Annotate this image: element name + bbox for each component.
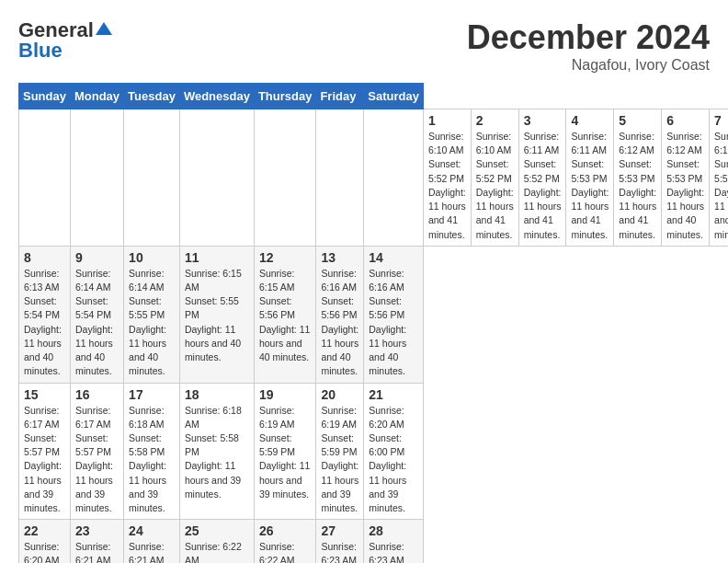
day-info: Sunrise: 6:18 AMSunset: 5:58 PMDaylight:…	[129, 404, 175, 516]
day-number: 2	[476, 113, 514, 128]
logo-blue: Blue	[18, 39, 63, 63]
day-number: 21	[369, 387, 418, 402]
day-info: Sunrise: 6:19 AMSunset: 5:59 PMDaylight:…	[259, 404, 312, 502]
day-info: Sunrise: 6:16 AMSunset: 5:56 PMDaylight:…	[321, 267, 358, 379]
day-info: Sunrise: 6:13 AMSunset: 5:54 PMDaylight:…	[24, 267, 65, 379]
day-info: Sunrise: 6:15 AMSunset: 5:56 PMDaylight:…	[259, 267, 312, 365]
day-info: Sunrise: 6:23 AMSunset: 6:03 PMDaylight:…	[321, 540, 358, 563]
calendar-week-3: 15Sunrise: 6:17 AMSunset: 5:57 PMDayligh…	[19, 383, 729, 520]
day-number: 7	[714, 113, 728, 128]
day-number: 24	[129, 523, 175, 538]
day-info: Sunrise: 6:16 AMSunset: 5:56 PMDaylight:…	[369, 267, 418, 379]
day-number: 9	[75, 250, 119, 265]
day-header-friday: Friday	[316, 84, 364, 109]
calendar-cell: 17Sunrise: 6:18 AMSunset: 5:58 PMDayligh…	[124, 383, 180, 520]
calendar-cell: 3Sunrise: 6:11 AMSunset: 5:52 PMDaylight…	[518, 109, 566, 247]
day-info: Sunrise: 6:19 AMSunset: 5:59 PMDaylight:…	[321, 404, 358, 516]
logo: General Blue	[18, 18, 112, 63]
calendar-cell: 13Sunrise: 6:16 AMSunset: 5:56 PMDayligh…	[316, 246, 364, 383]
day-number: 25	[185, 523, 249, 538]
calendar-cell	[70, 109, 123, 247]
calendar-cell: 22Sunrise: 6:20 AMSunset: 6:00 PMDayligh…	[19, 520, 71, 563]
day-info: Sunrise: 6:10 AMSunset: 5:52 PMDaylight:…	[428, 130, 466, 242]
day-info: Sunrise: 6:11 AMSunset: 5:52 PMDaylight:…	[524, 130, 562, 242]
calendar-cell: 5Sunrise: 6:12 AMSunset: 5:53 PMDaylight…	[614, 109, 662, 247]
calendar-cell: 28Sunrise: 6:23 AMSunset: 6:03 PMDayligh…	[364, 520, 424, 563]
calendar-cell	[19, 109, 71, 247]
day-number: 13	[321, 250, 358, 265]
day-header-wednesday: Wednesday	[179, 84, 254, 109]
day-number: 19	[259, 387, 312, 402]
day-info: Sunrise: 6:17 AMSunset: 5:57 PMDaylight:…	[75, 404, 119, 516]
calendar-cell: 16Sunrise: 6:17 AMSunset: 5:57 PMDayligh…	[70, 383, 123, 520]
day-info: Sunrise: 6:18 AMSunset: 5:58 PMDaylight:…	[185, 404, 249, 502]
calendar-week-2: 8Sunrise: 6:13 AMSunset: 5:54 PMDaylight…	[19, 246, 729, 383]
day-header-thursday: Thursday	[254, 84, 316, 109]
day-info: Sunrise: 6:23 AMSunset: 6:03 PMDaylight:…	[369, 540, 418, 563]
calendar-cell	[254, 109, 316, 247]
day-info: Sunrise: 6:21 AMSunset: 6:01 PMDaylight:…	[75, 540, 119, 563]
day-header-sunday: Sunday	[19, 84, 71, 109]
day-number: 23	[75, 523, 119, 538]
day-info: Sunrise: 6:20 AMSunset: 6:00 PMDaylight:…	[369, 404, 418, 516]
calendar-cell: 20Sunrise: 6:19 AMSunset: 5:59 PMDayligh…	[316, 383, 364, 520]
calendar-cell: 25Sunrise: 6:22 AMSunset: 6:02 PMDayligh…	[179, 520, 254, 563]
day-info: Sunrise: 6:14 AMSunset: 5:54 PMDaylight:…	[75, 267, 119, 379]
location: Nagafou, Ivory Coast	[467, 57, 710, 74]
calendar-cell	[364, 109, 424, 247]
day-info: Sunrise: 6:12 AMSunset: 5:53 PMDaylight:…	[619, 130, 656, 242]
day-number: 27	[321, 523, 358, 538]
day-number: 14	[369, 250, 418, 265]
calendar-cell: 9Sunrise: 6:14 AMSunset: 5:54 PMDaylight…	[70, 246, 123, 383]
day-number: 28	[369, 523, 418, 538]
calendar-cell: 11Sunrise: 6:15 AMSunset: 5:55 PMDayligh…	[179, 246, 254, 383]
day-number: 4	[571, 113, 609, 128]
day-info: Sunrise: 6:21 AMSunset: 6:01 PMDaylight:…	[129, 540, 175, 563]
day-number: 16	[75, 387, 119, 402]
calendar-table: SundayMondayTuesdayWednesdayThursdayFrid…	[18, 83, 728, 563]
calendar-cell: 23Sunrise: 6:21 AMSunset: 6:01 PMDayligh…	[70, 520, 123, 563]
day-number: 5	[619, 113, 656, 128]
day-info: Sunrise: 6:12 AMSunset: 5:53 PMDaylight:…	[666, 130, 704, 242]
day-info: Sunrise: 6:22 AMSunset: 6:02 PMDaylight:…	[259, 540, 312, 563]
calendar-cell: 21Sunrise: 6:20 AMSunset: 6:00 PMDayligh…	[364, 383, 424, 520]
day-number: 11	[185, 250, 249, 265]
day-header-monday: Monday	[70, 84, 123, 109]
calendar-cell: 7Sunrise: 6:13 AMSunset: 5:54 PMDaylight…	[710, 109, 728, 247]
day-info: Sunrise: 6:14 AMSunset: 5:55 PMDaylight:…	[129, 267, 175, 379]
day-info: Sunrise: 6:15 AMSunset: 5:55 PMDaylight:…	[185, 267, 249, 365]
day-info: Sunrise: 6:13 AMSunset: 5:54 PMDaylight:…	[714, 130, 728, 242]
calendar-cell: 1Sunrise: 6:10 AMSunset: 5:52 PMDaylight…	[423, 109, 471, 247]
day-info: Sunrise: 6:22 AMSunset: 6:02 PMDaylight:…	[185, 540, 249, 563]
day-number: 10	[129, 250, 175, 265]
day-header-tuesday: Tuesday	[124, 84, 180, 109]
day-info: Sunrise: 6:10 AMSunset: 5:52 PMDaylight:…	[476, 130, 514, 242]
calendar-header-row: SundayMondayTuesdayWednesdayThursdayFrid…	[19, 84, 729, 109]
day-number: 1	[428, 113, 466, 128]
calendar-cell: 4Sunrise: 6:11 AMSunset: 5:53 PMDaylight…	[566, 109, 614, 247]
calendar-body: 1Sunrise: 6:10 AMSunset: 5:52 PMDaylight…	[19, 109, 729, 564]
day-number: 18	[185, 387, 249, 402]
day-number: 17	[129, 387, 175, 402]
calendar-cell: 6Sunrise: 6:12 AMSunset: 5:53 PMDaylight…	[662, 109, 710, 247]
calendar-cell: 24Sunrise: 6:21 AMSunset: 6:01 PMDayligh…	[124, 520, 180, 563]
logo-icon	[96, 20, 112, 37]
day-number: 8	[24, 250, 65, 265]
day-header-saturday: Saturday	[364, 84, 424, 109]
day-number: 12	[259, 250, 312, 265]
title-block: December 2024 Nagafou, Ivory Coast	[467, 18, 710, 74]
day-number: 15	[24, 387, 65, 402]
calendar-cell: 15Sunrise: 6:17 AMSunset: 5:57 PMDayligh…	[19, 383, 71, 520]
page-header: General Blue December 2024 Nagafou, Ivor…	[18, 18, 710, 74]
day-number: 20	[321, 387, 358, 402]
calendar-cell: 10Sunrise: 6:14 AMSunset: 5:55 PMDayligh…	[124, 246, 180, 383]
calendar-cell: 26Sunrise: 6:22 AMSunset: 6:02 PMDayligh…	[254, 520, 316, 563]
day-number: 22	[24, 523, 65, 538]
calendar-cell	[124, 109, 180, 247]
calendar-cell: 19Sunrise: 6:19 AMSunset: 5:59 PMDayligh…	[254, 383, 316, 520]
calendar-cell: 2Sunrise: 6:10 AMSunset: 5:52 PMDaylight…	[471, 109, 518, 247]
calendar-week-1: 1Sunrise: 6:10 AMSunset: 5:52 PMDaylight…	[19, 109, 729, 247]
day-number: 6	[666, 113, 704, 128]
calendar-week-4: 22Sunrise: 6:20 AMSunset: 6:00 PMDayligh…	[19, 520, 729, 563]
day-number: 3	[524, 113, 562, 128]
